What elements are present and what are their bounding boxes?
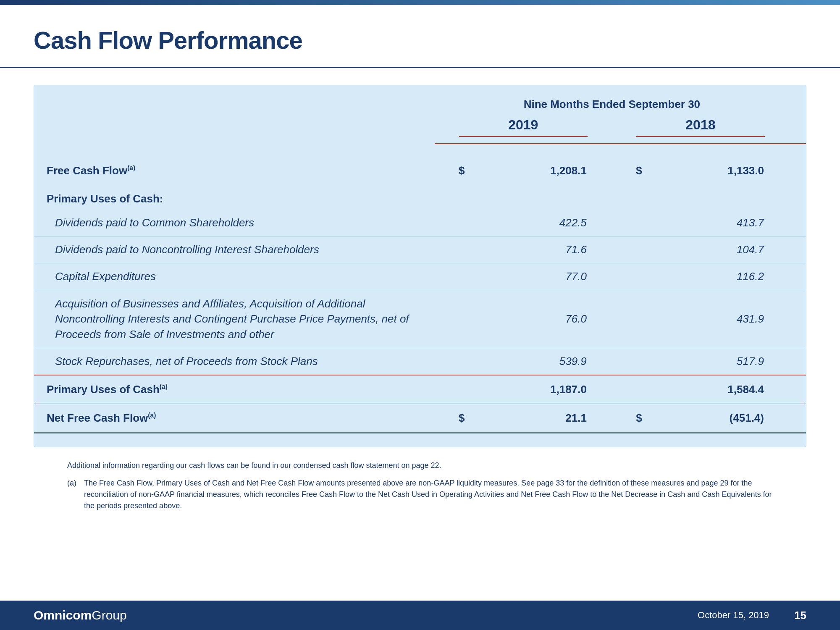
stock-dollar-2019 [435,348,473,375]
capex-label: Capital Expenditures [34,263,435,290]
free-cash-flow-dollar-2018: $ [612,158,651,184]
footer-right: October 15, 2019 15 [698,609,806,622]
empty-11 [789,348,806,375]
year-2018-label: 2018 [636,117,765,137]
top-accent-bar [0,0,840,5]
acquisition-dollar-2018 [612,290,651,348]
header-section: Cash Flow Performance [0,5,840,68]
empty-6 [789,184,806,210]
footnote-a-text: The Free Cash Flow, Primary Uses of Cash… [84,478,773,512]
data-table: Nine Months Ended September 30 2019 2018 [34,85,806,447]
dividends-noncontrolling-label: Dividends paid to Noncontrolling Interes… [34,236,435,263]
dividends-common-dollar-2018 [612,210,651,236]
stock-value-2019: 539.9 [473,348,612,375]
footer: OmnicomGroup October 15, 2019 15 [0,601,840,630]
empty-7 [789,210,806,236]
year-2019: 2019 [435,113,612,144]
footnote-item-a: (a) The Free Cash Flow, Primary Uses of … [67,478,773,512]
footnote-a-1: (a) [127,164,135,171]
net-fcf-dollar-2018: $ [612,404,651,433]
dividends-common-dollar-2019 [435,210,473,236]
primary-total-value-2018: 1,584.4 [651,375,789,404]
capex-row: Capital Expenditures 77.0 116.2 [34,263,806,290]
empty-3 [473,184,612,210]
capex-value-2018: 116.2 [651,263,789,290]
free-cash-flow-label: Free Cash Flow(a) [34,158,435,184]
acquisition-dollar-2019 [435,290,473,348]
capex-dollar-2019 [435,263,473,290]
dividends-noncontrolling-row: Dividends paid to Noncontrolling Interes… [34,236,806,263]
net-free-cash-flow-row: Net Free Cash Flow(a) $ 21.1 $ (451.4) [34,404,806,433]
empty-10 [789,290,806,348]
dividends-nc-dollar-2019 [435,236,473,263]
primary-total-value-2019: 1,187.0 [473,375,612,404]
main-content: Nine Months Ended September 30 2019 2018 [0,68,840,601]
empty-9 [789,263,806,290]
footer-logo: OmnicomGroup [34,608,127,622]
spacer-cell-1 [34,144,806,158]
dividends-common-value-2019: 422.5 [473,210,612,236]
year-2018: 2018 [612,113,789,144]
net-fcf-label: Net Free Cash Flow(a) [34,404,435,433]
net-fcf-value-2019: 21.1 [473,404,612,433]
spacer-row-1 [34,144,806,158]
primary-total-dollar-2018 [612,375,651,404]
label-year-empty [34,113,435,144]
acquisition-row: Acquisition of Businesses and Affiliates… [34,290,806,348]
empty-8 [789,236,806,263]
page-container: Cash Flow Performance Nine Months [0,0,840,630]
acquisition-value-2018: 431.9 [651,290,789,348]
empty-header [34,85,435,113]
capex-dollar-2018 [612,263,651,290]
empty-th [789,85,806,113]
year-row: 2019 2018 [34,113,806,144]
spacer-row-bottom [34,433,806,447]
free-cash-flow-value-2018: 1,133.0 [651,158,789,184]
col-header-row: Nine Months Ended September 30 [34,85,806,113]
dividends-nc-value-2018: 104.7 [651,236,789,263]
primary-total-dollar-2019 [435,375,473,404]
empty-13 [789,404,806,433]
primary-uses-total-row: Primary Uses of Cash(a) 1,187.0 1,584.4 [34,375,806,404]
empty-2 [435,184,473,210]
footer-logo-regular: Group [92,608,126,622]
dividends-nc-dollar-2018 [612,236,651,263]
footnotes-section: Additional information regarding our cas… [34,447,806,524]
footer-page-number: 15 [794,609,806,622]
empty-year [789,113,806,144]
empty-12 [789,375,806,404]
acquisition-label: Acquisition of Businesses and Affiliates… [34,290,435,348]
footnote-a-2: (a) [160,383,168,391]
stock-value-2018: 517.9 [651,348,789,375]
free-cash-flow-dollar-2019: $ [435,158,473,184]
dividends-common-row: Dividends paid to Common Shareholders 42… [34,210,806,236]
dividends-common-value-2018: 413.7 [651,210,789,236]
period-header: Nine Months Ended September 30 [435,85,789,113]
primary-uses-total-label: Primary Uses of Cash(a) [34,375,435,404]
stock-dollar-2018 [612,348,651,375]
page-title: Cash Flow Performance [34,26,806,54]
footnote-main: Additional information regarding our cas… [67,460,773,471]
spacer-cell-bottom [34,433,806,447]
stock-repurchases-label: Stock Repurchases, net of Proceeds from … [34,348,435,375]
empty-4 [612,184,651,210]
primary-uses-header-row: Primary Uses of Cash: [34,184,806,210]
dividends-common-label: Dividends paid to Common Shareholders [34,210,435,236]
empty-1 [789,158,806,184]
primary-uses-header-label: Primary Uses of Cash: [34,184,435,210]
net-fcf-dollar-2019: $ [435,404,473,433]
footer-date: October 15, 2019 [698,610,769,621]
dividends-nc-value-2019: 71.6 [473,236,612,263]
footnote-a-3: (a) [148,412,156,419]
capex-value-2019: 77.0 [473,263,612,290]
acquisition-value-2019: 76.0 [473,290,612,348]
free-cash-flow-row: Free Cash Flow(a) $ 1,208.1 $ 1,133.0 [34,158,806,184]
footnote-a-label: (a) [67,478,80,512]
footer-logo-bold: Omnicom [34,608,92,622]
net-fcf-value-2018: (451.4) [651,404,789,433]
empty-5 [651,184,789,210]
stock-repurchases-row: Stock Repurchases, net of Proceeds from … [34,348,806,375]
free-cash-flow-value-2019: 1,208.1 [473,158,612,184]
year-2019-label: 2019 [459,117,588,137]
table-container: Nine Months Ended September 30 2019 2018 [34,85,806,447]
